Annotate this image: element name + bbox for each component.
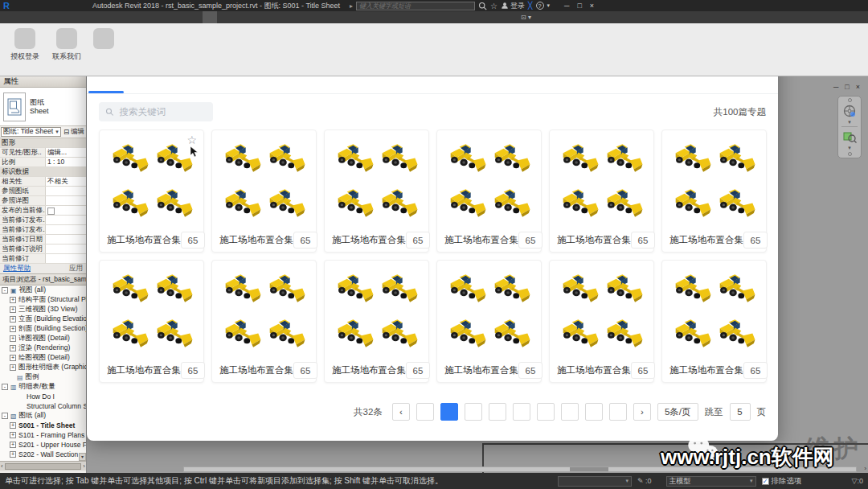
property-value[interactable] bbox=[46, 216, 86, 224]
tree-item[interactable]: + S201 - Upper House Framing bbox=[0, 440, 86, 450]
type-selector[interactable]: 图纸 Sheet bbox=[0, 88, 86, 126]
tree-expand-icon[interactable]: + bbox=[10, 422, 16, 429]
view-minimize-button[interactable]: ─ bbox=[833, 83, 838, 91]
property-row[interactable]: 图形 bbox=[0, 138, 86, 148]
tree-expand-icon[interactable]: - bbox=[2, 384, 8, 390]
minimize-button[interactable]: ─ bbox=[564, 2, 569, 10]
property-row[interactable]: 当前修订说明 bbox=[0, 244, 86, 254]
tree-expand-icon[interactable]: + bbox=[10, 306, 16, 313]
property-row[interactable]: 当前修订日期 bbox=[0, 235, 86, 244]
tree-expand-icon[interactable]: - bbox=[2, 287, 8, 294]
ribbon-tab[interactable] bbox=[130, 11, 145, 23]
ribbon-tab[interactable] bbox=[159, 11, 174, 23]
design-option-select[interactable]: 主模型 ▾ bbox=[666, 476, 756, 487]
tree-expand-icon[interactable]: + bbox=[10, 442, 16, 448]
page-number-button[interactable] bbox=[489, 403, 506, 421]
jump-page-input[interactable]: 5 bbox=[730, 403, 751, 421]
close-button[interactable]: × bbox=[590, 2, 594, 10]
tree-expand-icon[interactable]: + bbox=[10, 451, 16, 458]
property-row[interactable]: 参照详图 bbox=[0, 196, 86, 206]
nav-chevron-icon[interactable]: ▾ bbox=[848, 146, 851, 150]
tree-item[interactable]: How Do I bbox=[0, 392, 86, 401]
scrollbar-arrow-icon[interactable]: › bbox=[864, 465, 866, 472]
navigation-bar[interactable]: ▾ ▾ bbox=[837, 96, 862, 158]
property-value[interactable] bbox=[46, 196, 86, 205]
property-row[interactable]: 标识数据 bbox=[0, 167, 86, 177]
tree-item[interactable]: + S001 - Title Sheet bbox=[0, 421, 86, 430]
property-value[interactable] bbox=[46, 235, 86, 244]
topic-search-box[interactable] bbox=[99, 102, 213, 121]
topic-card[interactable]: 施工场地布置合集 65 ☆ bbox=[99, 260, 204, 383]
tree-expand-icon[interactable]: + bbox=[10, 326, 16, 332]
scrollbar-thumb[interactable] bbox=[5, 463, 82, 470]
property-value[interactable] bbox=[46, 206, 86, 215]
prev-page-button[interactable]: ‹ bbox=[392, 403, 410, 421]
property-row[interactable]: 当前修订发布.. bbox=[0, 225, 86, 235]
tree-item[interactable]: + 三维视图 (3D View) bbox=[0, 305, 86, 314]
tree-expand-icon[interactable]: + bbox=[10, 355, 16, 361]
steering-wheel-icon[interactable] bbox=[842, 104, 857, 118]
help-search-box[interactable] bbox=[356, 2, 475, 10]
property-row[interactable]: 相关性 不相关 bbox=[0, 177, 86, 187]
tree-item[interactable]: + S101 - Framing Plans bbox=[0, 430, 86, 440]
topic-card[interactable]: 施工场地布置合集 65 ☆ bbox=[324, 260, 429, 383]
ribbon-tab[interactable] bbox=[116, 11, 130, 23]
page-number-button[interactable] bbox=[416, 403, 434, 421]
property-row[interactable]: 参照图纸 bbox=[0, 187, 86, 196]
page-number-button[interactable] bbox=[609, 403, 627, 421]
page-number-button[interactable] bbox=[585, 403, 603, 421]
property-value[interactable] bbox=[46, 225, 86, 234]
topic-search-input[interactable] bbox=[117, 106, 207, 117]
type-select-dropdown[interactable]: 图纸: Title Sheet ▾ bbox=[1, 127, 61, 137]
edit-type-button[interactable]: ⊟ 编辑 bbox=[62, 126, 86, 138]
tree-item[interactable]: ▤ 图例 bbox=[0, 372, 86, 382]
ribbon-tab[interactable] bbox=[101, 11, 116, 23]
tree-item[interactable]: + 结构平面 (Structural Plan) bbox=[0, 295, 86, 305]
ribbon-tab[interactable] bbox=[188, 11, 203, 23]
page-number-button[interactable] bbox=[513, 403, 530, 421]
collapse-arrow-icon[interactable]: ▸ bbox=[350, 2, 353, 10]
view-close-button[interactable]: × bbox=[856, 83, 860, 91]
property-value[interactable] bbox=[46, 254, 86, 263]
nav-chevron-icon[interactable]: ▾ bbox=[848, 120, 851, 125]
topic-card[interactable]: 施工场地布置合集 65 ☆ bbox=[436, 260, 542, 383]
revit-logo-icon[interactable]: R bbox=[3, 2, 10, 10]
ribbon-tab[interactable] bbox=[203, 11, 217, 23]
exclude-options-checkbox[interactable]: ✓ 排除选项 bbox=[762, 476, 802, 487]
ribbon-tab[interactable] bbox=[58, 11, 72, 23]
checkbox-icon[interactable]: ✓ bbox=[762, 478, 769, 485]
property-row[interactable]: 可见性/图形.. 编辑... bbox=[0, 148, 86, 158]
property-row[interactable]: 发布的当前修.. bbox=[0, 206, 86, 216]
property-value[interactable]: 编辑... bbox=[46, 148, 86, 157]
topic-card[interactable]: 施工场地布置合集 65 ☆ bbox=[549, 260, 654, 383]
tree-item[interactable]: + 立面 (Building Elevation) bbox=[0, 314, 86, 324]
tree-item[interactable]: + 绘图视图 (Detail) bbox=[0, 353, 86, 363]
tree-item[interactable]: + 渲染 (Rendering) bbox=[0, 343, 86, 353]
topic-card[interactable]: 施工场地布置合集 65 ☆ bbox=[211, 260, 317, 383]
tree-expand-icon[interactable]: + bbox=[10, 335, 16, 342]
tree-item[interactable]: + 剖面 (Building Section) bbox=[0, 324, 86, 334]
page-size-select[interactable]: 5条/页 bbox=[657, 403, 698, 421]
search-icon[interactable] bbox=[478, 2, 487, 10]
ribbon-tab[interactable] bbox=[217, 11, 231, 23]
tree-expand-icon[interactable]: + bbox=[10, 297, 16, 303]
scrollbar-thumb[interactable] bbox=[570, 467, 608, 471]
property-row[interactable]: 当前修订发布.. bbox=[0, 216, 86, 225]
ribbon-tab[interactable] bbox=[0, 11, 14, 23]
topic-card[interactable]: 施工场地布置合集 65 ☆ bbox=[436, 129, 542, 253]
next-page-button[interactable]: › bbox=[633, 403, 651, 421]
ribbon-button-contact[interactable]: 联系我们 bbox=[47, 28, 87, 62]
tree-item[interactable]: Structural Column Schedule bbox=[0, 401, 86, 411]
modify-panel-chevron[interactable]: ⊡ ▾ bbox=[514, 11, 538, 23]
topic-card[interactable]: 施工场地布置合集 65 ☆ bbox=[661, 129, 767, 253]
property-row[interactable]: 比例 1 : 10 bbox=[0, 158, 86, 167]
ribbon-tab[interactable] bbox=[29, 11, 43, 23]
ribbon-tab[interactable] bbox=[14, 11, 29, 23]
star-icon[interactable]: ☆ bbox=[490, 2, 497, 10]
help-chevron-icon[interactable]: ▾ bbox=[547, 2, 551, 9]
property-value[interactable] bbox=[46, 244, 86, 253]
ribbon-tab[interactable] bbox=[43, 11, 58, 23]
property-row[interactable]: 当前修订 bbox=[0, 254, 86, 264]
tree-expand-icon[interactable]: + bbox=[10, 345, 16, 351]
page-number-button[interactable] bbox=[440, 403, 458, 421]
